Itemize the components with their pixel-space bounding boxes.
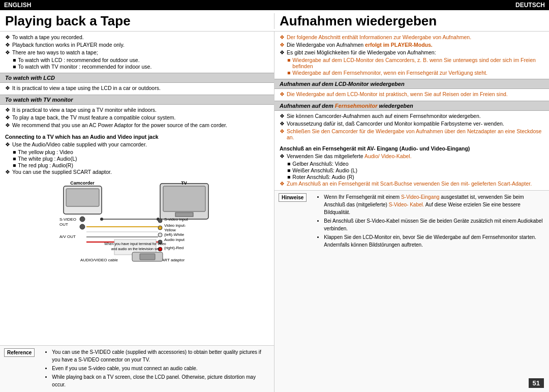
svg-point-13 (158, 226, 162, 230)
svg-text:OUT: OUT (59, 222, 68, 227)
svg-text:TV: TV (181, 181, 187, 186)
svg-rect-7 (175, 213, 193, 217)
reference-label: Reference (4, 348, 35, 357)
reference-section: Reference You can use the S-VIDEO cable … (0, 345, 274, 392)
svg-text:Audio input: Audio input (164, 237, 185, 242)
tv-right-content: ❖Sie können Camcorder-Aufnahmen auch auf… (274, 111, 549, 143)
english-header: ENGLISH (0, 0, 274, 10)
svg-point-14 (158, 233, 162, 237)
reference-content: You can use the S-VIDEO cable (supplied … (39, 348, 270, 389)
svg-point-10 (100, 218, 103, 221)
svg-rect-1 (66, 189, 99, 206)
connection-diagram: Camcorder TV (58, 181, 216, 267)
section-tv-left: To watch with TV monitor (0, 95, 274, 105)
hinweise-content: Wenn Ihr Fernsehgerät mit einem S-Video-… (311, 193, 545, 250)
tv-left-content: ❖It is practical to view a tape using a … (0, 105, 274, 132)
svg-text:A/V OUT: A/V OUT (59, 234, 76, 239)
svg-text:AUDIO/VIDEO cable: AUDIO/VIDEO cable (80, 258, 118, 262)
svg-text:Yellow: Yellow (164, 228, 176, 232)
section-lcd-left: To watch with LCD (0, 73, 274, 83)
svg-text:S-VIDEO: S-VIDEO (59, 217, 76, 222)
lcd-left-content: ❖It is practical to view a tape using th… (0, 83, 274, 95)
hinweise-section: Hinweise Wenn Ihr Fernsehgerät mit einem… (274, 190, 549, 392)
svg-point-12 (158, 219, 162, 223)
title-left: Playing back a Tape (0, 13, 274, 29)
lcd-right-content: ❖Die Wiedergabe auf dem LCD-Monitor ist … (274, 89, 549, 101)
page-number: 51 (529, 378, 544, 388)
svg-text:and audio on the television se: and audio on the television set (111, 247, 159, 251)
svg-text:(right)-Red: (right)-Red (164, 246, 184, 250)
svg-rect-6 (163, 186, 205, 212)
right-intro-bullets: ❖Der folgende Abschnitt enthält Informat… (274, 32, 549, 79)
svg-point-3 (80, 224, 85, 229)
svg-text:S-video input: S-video input (164, 217, 188, 222)
hinweise-label: Hinweise (279, 193, 307, 202)
svg-point-2 (80, 217, 85, 222)
section-tv-right: Aufnahmen auf dem Fernsehmonitor wiederg… (274, 101, 549, 111)
svg-rect-36 (140, 254, 155, 260)
svg-text:(left)-White: (left)-White (164, 232, 185, 237)
connecting-section: Connecting to a TV which has an Audio an… (0, 132, 274, 178)
left-intro-bullets: ❖To watch a tape you recorded. ❖Playback… (0, 32, 274, 73)
deutsch-header: DEUTSCH (274, 0, 549, 10)
title-right: Aufnahmen wiedergeben (274, 13, 549, 29)
svg-text:Camcorder: Camcorder (70, 181, 95, 186)
section-lcd-right: Aufnahmen auf dem LCD-Monitor wiedergebe… (274, 79, 549, 89)
svg-text:When you have input terminal f: When you have input terminal for video (104, 242, 166, 246)
anschluss-section: Anschluß an ein Fernsehgerät mit AV- Ein… (274, 143, 549, 190)
svg-text:Video input-: Video input- (164, 223, 186, 228)
diagram-area: Camcorder TV (0, 178, 274, 345)
